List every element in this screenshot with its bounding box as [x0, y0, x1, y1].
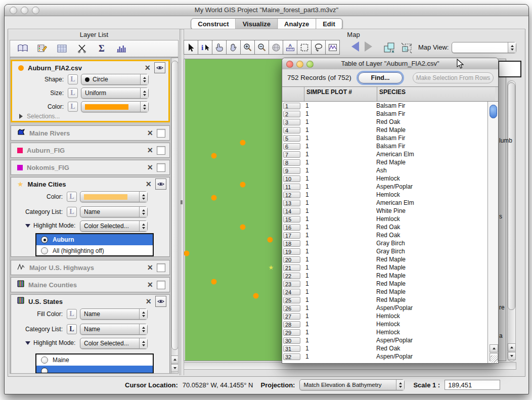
- edit-attributes-icon[interactable]: [36, 42, 49, 55]
- row-number[interactable]: 24: [283, 289, 300, 295]
- row-number[interactable]: 19: [283, 248, 300, 255]
- table-vscrollbar[interactable]: [487, 102, 499, 364]
- row-number[interactable]: 12: [283, 192, 300, 198]
- legend-button[interactable]: L: [67, 192, 77, 202]
- cities-category-select[interactable]: Name: [80, 206, 148, 217]
- row-number[interactable]: 25: [283, 297, 300, 303]
- row-number[interactable]: 23: [283, 281, 300, 287]
- row-number[interactable]: 32: [283, 353, 300, 360]
- visibility-eye-icon[interactable]: [155, 296, 166, 307]
- row-number[interactable]: 13: [283, 200, 300, 206]
- size-select[interactable]: Uniform: [81, 87, 149, 99]
- legend-button[interactable]: L: [67, 324, 77, 334]
- visibility-checkbox[interactable]: [157, 163, 165, 172]
- scrollbar-thumb[interactable]: [171, 61, 179, 350]
- visibility-checkbox[interactable]: [157, 281, 165, 289]
- color-select[interactable]: [81, 101, 149, 112]
- states-fill-select[interactable]: Name: [80, 308, 148, 320]
- row-number[interactable]: 7: [283, 151, 300, 158]
- table-row[interactable]: 221Red Maple: [282, 272, 488, 280]
- option-auburn[interactable]: Auburn: [36, 234, 153, 245]
- delete-layer-icon[interactable]: ×: [147, 263, 153, 272]
- table-row[interactable]: 311Red Oak: [282, 344, 488, 352]
- legend-button[interactable]: L: [67, 309, 77, 319]
- row-number[interactable]: 20: [283, 256, 300, 263]
- zoom-to-selection-button[interactable]: [400, 41, 414, 56]
- table-row[interactable]: 71American Elm: [282, 150, 488, 158]
- layer-major-us-highways[interactable]: Major U.S. Highways ×: [11, 260, 170, 275]
- layer-auburn-fia2[interactable]: Auburn_FIA2.csv × Shape: L Circle Size: …: [11, 60, 170, 122]
- table-row[interactable]: 271Hemlock: [282, 312, 488, 320]
- visibility-checkbox[interactable]: [157, 146, 165, 155]
- lasso-select-tool[interactable]: [311, 40, 326, 55]
- table-row[interactable]: 111Aspen/Poplar: [282, 183, 488, 191]
- table-row[interactable]: 11Balsam Fir: [282, 102, 488, 110]
- zoom-in-tool[interactable]: [240, 40, 255, 55]
- table-row[interactable]: 241Red Maple: [282, 288, 488, 296]
- zoom-to-all-button[interactable]: [382, 41, 397, 56]
- row-number[interactable]: 17: [283, 232, 300, 239]
- row-number[interactable]: 21: [283, 264, 300, 271]
- table-row[interactable]: 251Red Maple: [282, 296, 488, 304]
- table-row[interactable]: 211Red Maple: [282, 263, 488, 272]
- layer-maine-rivers[interactable]: Maine Rivers ×: [11, 125, 170, 141]
- scroll-up-button[interactable]: [490, 344, 498, 352]
- table-row[interactable]: 131American Elm: [282, 199, 488, 207]
- table-row[interactable]: 321Aspen/Poplar: [282, 352, 488, 361]
- row-number[interactable]: 14: [283, 208, 300, 214]
- plot-point[interactable]: [240, 182, 246, 188]
- identify-tool[interactable]: i: [198, 40, 212, 55]
- table-window[interactable]: Table of Layer "Auburn_FIA2.csv" 752 Rec…: [282, 58, 499, 364]
- row-number[interactable]: 15: [283, 216, 300, 223]
- table-row[interactable]: 81Red Maple: [282, 158, 488, 166]
- row-number[interactable]: 5: [283, 135, 300, 142]
- row-number[interactable]: 4: [283, 127, 300, 134]
- table-row[interactable]: 261Aspen/Poplar: [282, 304, 488, 312]
- tab-construct[interactable]: Construct: [191, 19, 236, 29]
- table-row[interactable]: 51Balsam Fir: [282, 134, 488, 142]
- marquee-select-tool[interactable]: [297, 40, 312, 55]
- select-arrow-tool[interactable]: [184, 40, 198, 55]
- layer-maine-cities[interactable]: ★ Maine Cities × Color: L Category List:…: [11, 177, 170, 257]
- delete-layer-icon[interactable]: ×: [147, 146, 153, 154]
- states-highlight-select[interactable]: Color Selected...: [80, 338, 148, 349]
- row-number[interactable]: 27: [283, 313, 300, 320]
- close-button[interactable]: [10, 7, 17, 14]
- row-number[interactable]: 10: [283, 175, 300, 182]
- table-row[interactable]: 231Red Maple: [282, 280, 488, 288]
- delete-layer-icon[interactable]: ×: [146, 297, 151, 305]
- profile-tool[interactable]: [325, 40, 340, 55]
- legend-button[interactable]: L: [68, 88, 78, 98]
- row-number[interactable]: 1: [283, 103, 300, 109]
- open-book-icon[interactable]: [16, 42, 29, 55]
- table-row[interactable]: 191Gray Birch: [282, 247, 488, 255]
- column-header-simple-plot[interactable]: SIMPLE PLOT #: [304, 87, 377, 101]
- zoom-out-tool[interactable]: [254, 40, 269, 55]
- plot-point[interactable]: [268, 237, 273, 243]
- delete-layer-icon[interactable]: ×: [147, 129, 153, 137]
- table-row[interactable]: 41Red Maple: [282, 126, 488, 134]
- cities-color-select[interactable]: [80, 191, 148, 202]
- table-titlebar[interactable]: Table of Layer "Auburn_FIA2.csv": [282, 58, 498, 70]
- table-row[interactable]: 31Red Oak: [282, 118, 488, 126]
- legend-button[interactable]: L: [68, 74, 78, 84]
- plot-point[interactable]: [211, 195, 217, 201]
- table-row[interactable]: 301Aspen/Poplar: [282, 336, 488, 344]
- globe-tool[interactable]: [269, 40, 283, 55]
- scroll-up-button[interactable]: [171, 355, 179, 364]
- cities-highlight-select[interactable]: Color Selected...: [80, 220, 148, 232]
- pan-hand-tool[interactable]: [226, 40, 241, 55]
- row-number[interactable]: 29: [283, 329, 300, 336]
- close-button[interactable]: [286, 61, 293, 68]
- row-number[interactable]: 28: [283, 321, 300, 328]
- row-number[interactable]: 18: [283, 240, 300, 247]
- visibility-eye-icon[interactable]: [154, 62, 165, 73]
- tab-analyze[interactable]: Analyze: [278, 19, 316, 29]
- layer-maine-counties[interactable]: Maine Counties ×: [11, 277, 170, 292]
- delete-layer-icon[interactable]: ×: [147, 281, 153, 289]
- find-button[interactable]: Find...: [358, 72, 403, 83]
- states-category-select[interactable]: Name: [80, 324, 148, 335]
- table-row[interactable]: 151Hemlock: [282, 215, 488, 223]
- histogram-icon[interactable]: [115, 42, 128, 55]
- projection-select[interactable]: Match Elevation & Bathymetry: [299, 379, 405, 390]
